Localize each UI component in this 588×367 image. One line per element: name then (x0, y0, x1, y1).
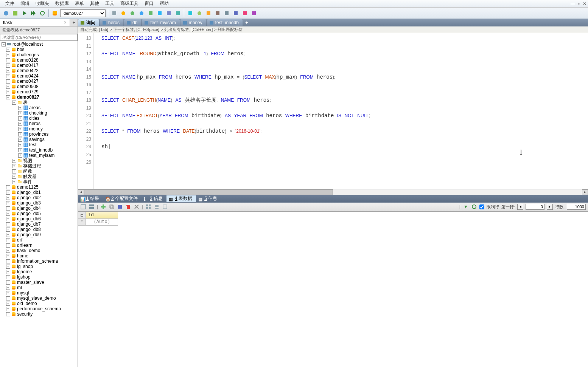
tree-item[interactable]: +demo1125 (0, 184, 78, 190)
maximize-icon[interactable]: ▫ (578, 1, 580, 6)
sidebar-tab-add-icon[interactable]: + (70, 19, 78, 26)
execute-icon[interactable] (20, 9, 28, 17)
expander-icon[interactable]: + (18, 122, 22, 126)
menu-database[interactable]: 数据库 (52, 0, 72, 8)
grid-column-header[interactable]: id (86, 212, 118, 218)
tree-item[interactable]: +mysql_slave_demo (0, 296, 78, 301)
scroll-left-icon[interactable]: ◄ (78, 189, 84, 195)
menu-other[interactable]: 其他 (87, 0, 102, 8)
scroll-right-icon[interactable]: ► (582, 189, 588, 195)
expander-icon[interactable]: + (6, 206, 10, 211)
copy-row-icon[interactable] (109, 204, 115, 210)
tree-item[interactable]: +test_myisam (0, 153, 78, 158)
cancel-icon[interactable] (134, 204, 140, 210)
expander-icon[interactable]: + (12, 164, 16, 168)
expander-icon[interactable]: + (6, 243, 10, 248)
tool-icon-6[interactable] (156, 9, 163, 17)
expander-icon[interactable]: + (18, 153, 22, 158)
expander-icon[interactable]: + (6, 270, 10, 274)
result-tab[interactable]: ▦5 信息 (196, 195, 221, 202)
expander-icon[interactable]: + (6, 233, 10, 237)
prev-page-icon[interactable]: ◄ (517, 204, 523, 210)
tree-item[interactable]: −root@localhost (0, 42, 78, 47)
expander-icon[interactable]: + (12, 175, 16, 179)
tree-item[interactable]: +mysql (0, 290, 78, 296)
expander-icon[interactable]: + (18, 138, 22, 142)
tree-item[interactable]: +存储过程 (0, 163, 78, 169)
new-connection-icon[interactable] (2, 9, 10, 17)
expander-icon[interactable]: + (6, 259, 10, 263)
new-query-icon[interactable] (11, 9, 19, 17)
execute-all-icon[interactable] (30, 9, 37, 17)
add-tab-icon[interactable]: + (243, 19, 250, 26)
expander-icon[interactable]: + (6, 190, 10, 195)
result-tab[interactable]: 🏠2 个配置文件 (103, 195, 142, 202)
editor-tab[interactable]: heros (100, 19, 123, 26)
tree-item[interactable]: +django_db5 (0, 211, 78, 216)
db-icon[interactable] (51, 9, 59, 17)
view-form-icon[interactable] (162, 204, 168, 210)
tree-item[interactable]: +lgshop (0, 274, 78, 280)
expander-icon[interactable]: + (12, 159, 16, 163)
menu-edit[interactable]: 编辑 (17, 0, 33, 8)
editor-tab[interactable]: money (180, 19, 206, 26)
expander-icon[interactable]: − (12, 101, 16, 105)
tree-item[interactable]: +事件 (0, 179, 78, 184)
tree-item[interactable]: +django_db6 (0, 216, 78, 221)
row-count-input[interactable] (567, 204, 586, 210)
expander-icon[interactable]: + (6, 302, 10, 306)
tree-item[interactable]: +demo0729 (0, 89, 78, 94)
minimize-icon[interactable]: — (571, 1, 575, 6)
menu-file[interactable]: 文件 (2, 0, 17, 8)
tree-item[interactable]: +master_slave (0, 280, 78, 285)
close-icon[interactable]: ✕ (583, 1, 586, 6)
result-grid[interactable]: ☐ id * (Auto) (78, 212, 588, 367)
next-page-icon[interactable]: ► (547, 204, 553, 210)
expander-icon[interactable]: + (6, 275, 10, 279)
tool-icon-3[interactable] (129, 9, 136, 17)
code-area[interactable]: SELECT CAST(123.123 AS INT); SELECT NAME… (94, 33, 588, 189)
tree-item[interactable]: +areas (0, 105, 78, 110)
editor-tab[interactable]: 询问 (78, 19, 99, 26)
tool-icon-16[interactable] (250, 9, 258, 17)
tree-item[interactable]: +flask_demo (0, 248, 78, 253)
expander-icon[interactable]: + (6, 238, 10, 242)
object-tree[interactable]: −root@localhost+bbs+challenges+demo0128+… (0, 41, 78, 367)
expander-icon[interactable]: + (6, 249, 10, 253)
sidebar-filter-input[interactable] (0, 34, 78, 41)
tree-item[interactable]: +cities (0, 116, 78, 121)
expander-icon[interactable]: + (6, 265, 10, 269)
expander-icon[interactable]: + (18, 132, 22, 136)
grid-select-all[interactable]: ☐ (78, 212, 86, 218)
tree-item[interactable]: +django_db8 (0, 227, 78, 232)
tree-item[interactable]: +django_db4 (0, 206, 78, 211)
tree-item[interactable]: +home (0, 253, 78, 259)
expander-icon[interactable]: + (6, 196, 10, 200)
expander-icon[interactable]: + (6, 79, 10, 84)
tree-item[interactable]: +old_demo (0, 301, 78, 306)
limit-rows-checkbox[interactable] (479, 204, 484, 209)
expander-icon[interactable]: + (6, 222, 10, 226)
menu-help[interactable]: 帮助 (157, 0, 172, 8)
expander-icon[interactable]: + (12, 169, 16, 173)
sql-editor[interactable]: 1011121314151617181920212223242526 SELEC… (78, 33, 588, 189)
expander-icon[interactable]: + (6, 228, 10, 232)
form-icon[interactable] (89, 204, 95, 210)
tree-item[interactable]: +ml (0, 285, 78, 290)
tool-icon-2[interactable] (120, 9, 127, 17)
tool-icon-13[interactable] (223, 9, 230, 17)
expander-icon[interactable]: − (6, 95, 10, 99)
tool-icon-9[interactable] (187, 9, 194, 17)
tree-item[interactable]: +django_db1 (0, 190, 78, 195)
add-row-icon[interactable] (100, 204, 106, 210)
expander-icon[interactable]: + (6, 312, 10, 316)
expander-icon[interactable]: + (6, 201, 10, 205)
expander-icon[interactable]: − (2, 42, 6, 46)
expander-icon[interactable]: + (6, 217, 10, 221)
tree-item[interactable]: +test (0, 142, 78, 147)
expander-icon[interactable]: + (6, 90, 10, 94)
tool-icon-11[interactable] (205, 9, 212, 17)
expander-icon[interactable]: + (18, 143, 22, 147)
tree-item[interactable]: +触发器 (0, 174, 78, 179)
tool-icon-10[interactable] (196, 9, 203, 17)
